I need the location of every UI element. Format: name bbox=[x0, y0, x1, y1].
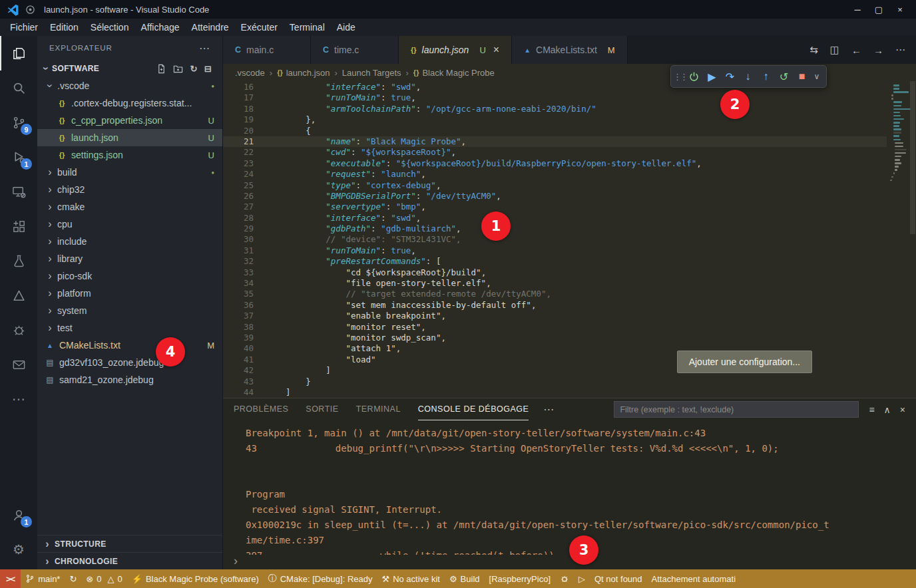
tree-item[interactable]: ▲CMakeLists.txtM bbox=[37, 337, 222, 354]
tree-item[interactable]: ›test bbox=[37, 319, 222, 337]
menu-item[interactable]: Exécuter bbox=[235, 21, 284, 34]
menu-item[interactable]: Atteindre bbox=[186, 21, 235, 34]
cmake-status-item[interactable]: ⓘ CMake: [Debug]: Ready bbox=[264, 569, 377, 588]
remote-indicator[interactable]: >< bbox=[0, 569, 21, 588]
kit-selector-item[interactable]: ⚒ No active kit bbox=[377, 569, 444, 588]
code-line[interactable]: 37 "enable breakpoint", bbox=[223, 311, 887, 321]
activity-cmake-tools[interactable] bbox=[0, 278, 37, 313]
tab-launch.json[interactable]: {}launch.jsonU× bbox=[399, 36, 512, 64]
activity-accounts[interactable]: 1 bbox=[0, 498, 37, 532]
code-line[interactable]: 44 ] bbox=[223, 387, 887, 398]
code-line[interactable]: 22 "cwd": "${workspaceRoot}", bbox=[223, 147, 887, 158]
code-line[interactable]: 36 "set mem inaccessible-by-default off"… bbox=[223, 300, 887, 311]
activity-explorer[interactable] bbox=[0, 36, 37, 71]
activity-source-control[interactable]: 9 bbox=[0, 105, 37, 140]
workspace-section-header[interactable]: › SOFTWARE ↻ ⊟ bbox=[37, 60, 222, 77]
debug-config-item[interactable]: ⚡ Black Magic Probe (software) bbox=[127, 569, 264, 588]
menu-item[interactable]: Affichage bbox=[134, 21, 185, 34]
tree-item[interactable]: ›cpu bbox=[37, 216, 222, 233]
console-input-prompt[interactable]: › bbox=[223, 555, 916, 569]
tree-item[interactable]: ›cmake bbox=[37, 198, 222, 216]
tree-item[interactable]: {}.cortex-debug.registers.stat... bbox=[37, 94, 222, 112]
tree-item[interactable]: {}settings.jsonU bbox=[37, 146, 222, 164]
tree-item[interactable]: ›chip32 bbox=[37, 181, 222, 198]
tab-main.c[interactable]: Cmain.c bbox=[223, 36, 311, 64]
code-line[interactable]: 35 // "target extended-remote /dev/ttyAC… bbox=[223, 289, 887, 299]
power-button[interactable] bbox=[685, 67, 703, 86]
maximize-button[interactable]: ▢ bbox=[869, 2, 888, 17]
scrollbar-thumb[interactable] bbox=[910, 81, 915, 234]
tree-item[interactable]: ›build● bbox=[37, 164, 222, 181]
section-chronologie[interactable]: ›CHRONOLOGIE bbox=[37, 552, 222, 569]
collapse-folders-icon[interactable]: ⊟ bbox=[204, 64, 212, 74]
tree-item[interactable]: ›library bbox=[37, 250, 222, 267]
menu-item[interactable]: Aide bbox=[331, 21, 361, 34]
more-button[interactable]: ∨ bbox=[811, 67, 823, 86]
code-line[interactable]: 33 "cd ${workspaceRoot}/build", bbox=[223, 267, 887, 278]
tree-item[interactable]: ›pico-sdk bbox=[37, 267, 222, 285]
code-line[interactable]: 24 "request": "launch", bbox=[223, 169, 887, 180]
code-line[interactable]: 23 "executable": "${workspaceRoot}/build… bbox=[223, 158, 887, 169]
menu-item[interactable]: Fichier bbox=[4, 21, 44, 34]
code-line[interactable]: 19 }, bbox=[223, 114, 887, 125]
code-line[interactable]: 39 "monitor swdp_scan", bbox=[223, 333, 887, 343]
activity-packages[interactable] bbox=[0, 347, 37, 382]
code-line[interactable]: 32 "preRestartCommands": [ bbox=[223, 256, 887, 267]
navigate-forward-icon[interactable]: → bbox=[873, 45, 883, 56]
activity-remote-explorer[interactable] bbox=[0, 174, 37, 209]
breadcrumb-item[interactable]: Launch Targets bbox=[342, 68, 401, 78]
panel-tab-probl-mes[interactable]: PROBLÈMES bbox=[234, 398, 288, 420]
code-line[interactable]: 43 } bbox=[223, 376, 887, 387]
tab-time.c[interactable]: Ctime.c bbox=[311, 36, 399, 64]
build-button[interactable]: ⚙ Build bbox=[445, 569, 485, 588]
navigate-back-icon[interactable]: ← bbox=[851, 45, 861, 56]
qt-status-item[interactable]: Qt not found bbox=[590, 569, 647, 588]
code-line[interactable]: 17 "runToMain": true, bbox=[223, 92, 887, 103]
tree-item[interactable]: ▤samd21_ozone.jdebug bbox=[37, 371, 222, 388]
code-line[interactable]: 27 "servertype": "bmp", bbox=[223, 202, 887, 212]
drag-handle[interactable]: ⋮⋮ bbox=[674, 67, 685, 86]
step-over-button[interactable]: ↷ bbox=[721, 67, 739, 86]
console-filter-input[interactable] bbox=[614, 401, 859, 418]
code-line[interactable]: 20 { bbox=[223, 126, 887, 136]
minimap[interactable] bbox=[887, 81, 909, 398]
activity-search[interactable] bbox=[0, 71, 37, 105]
activity-testing[interactable] bbox=[0, 243, 37, 278]
tree-item[interactable]: ›platform bbox=[37, 285, 222, 302]
breadcrumb-item[interactable]: {}Black Magic Probe bbox=[413, 68, 495, 78]
compare-changes-icon[interactable]: ⇆ bbox=[809, 44, 818, 56]
tree-item[interactable]: {}launch.jsonU bbox=[37, 129, 222, 146]
code-line[interactable]: 21 "name": "Black Magic Probe", bbox=[223, 136, 887, 147]
activity-more-views[interactable]: ⋯ bbox=[0, 382, 37, 416]
tree-item[interactable]: ›include bbox=[37, 233, 222, 250]
panel-tab-sortie[interactable]: SORTIE bbox=[306, 398, 338, 420]
debug-target-button[interactable] bbox=[555, 569, 574, 588]
sync-button[interactable]: ↻ bbox=[65, 569, 81, 588]
activity-run-and-debug[interactable]: 1 bbox=[0, 140, 37, 174]
new-file-icon[interactable] bbox=[156, 64, 166, 74]
editor-scrollbar[interactable] bbox=[909, 81, 916, 398]
auto-attach-item[interactable]: Attachement automati bbox=[647, 569, 740, 588]
activity-settings[interactable]: ⚙ bbox=[0, 532, 37, 567]
restart-button[interactable]: ↺ bbox=[775, 67, 793, 86]
close-window-button[interactable]: × bbox=[891, 2, 909, 17]
branch-item[interactable]: main* bbox=[21, 569, 65, 588]
step-out-button[interactable]: ↑ bbox=[757, 67, 775, 86]
code-line[interactable]: 26 "BMPGDBSerialPort": "/dev/ttyACM0", bbox=[223, 191, 887, 202]
console-options-icon[interactable]: ≡ bbox=[869, 404, 874, 415]
section-structure[interactable]: ›STRUCTURE bbox=[37, 535, 222, 552]
panel-more-icon[interactable]: ⋯ bbox=[543, 403, 554, 416]
code-line[interactable]: 18 "armToolchainPath": "/opt/gcc-arm-non… bbox=[223, 104, 887, 114]
stop-button[interactable]: ■ bbox=[793, 67, 811, 86]
problems-item[interactable]: ⊗ 0 △ 0 bbox=[81, 569, 126, 588]
continue-button[interactable]: ▶ bbox=[703, 67, 721, 86]
launch-target-item[interactable]: [RaspberryPico] bbox=[485, 569, 555, 588]
code-line[interactable]: 30 // "device": "STM32L431VC", bbox=[223, 234, 887, 245]
run-target-button[interactable]: ▷ bbox=[574, 569, 590, 588]
code-line[interactable]: 29 "gdbPath": "gdb-multiarch", bbox=[223, 223, 887, 234]
code-line[interactable]: 38 "monitor reset", bbox=[223, 322, 887, 333]
add-configuration-button[interactable]: Ajouter une configuration... bbox=[677, 351, 812, 373]
split-editor-icon[interactable]: ◫ bbox=[830, 44, 839, 56]
panel-tab-terminal[interactable]: TERMINAL bbox=[356, 398, 401, 420]
explorer-more-icon[interactable]: ⋯ bbox=[199, 42, 210, 55]
